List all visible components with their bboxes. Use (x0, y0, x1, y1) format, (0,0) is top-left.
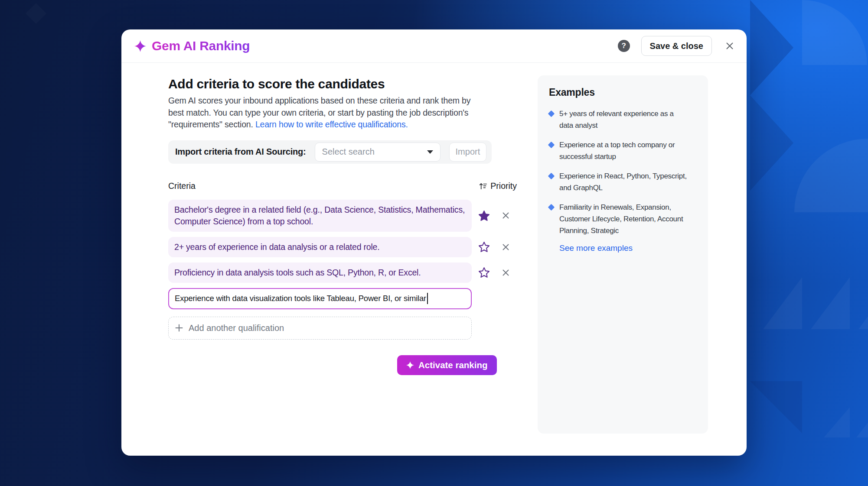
header-actions: ? Save & close (618, 36, 734, 56)
save-and-close-button[interactable]: Save & close (641, 36, 712, 56)
priority-label-text: Priority (490, 181, 517, 191)
sparkle-icon (134, 40, 146, 52)
chevron-down-icon (427, 150, 433, 154)
example-item: Experience in React, Python, Typescript,… (549, 170, 697, 194)
sparkle-icon (406, 361, 414, 369)
learn-qualifications-link[interactable]: Learn how to write effective qualificati… (255, 120, 408, 129)
description-line: best match. You can type your own criter… (168, 107, 532, 119)
criteria-text-box[interactable]: 2+ years of experience in data analysis … (168, 237, 472, 257)
import-criteria-row: Import criteria from AI Sourcing: Select… (168, 140, 492, 164)
plus-icon (175, 324, 183, 332)
diamond-bullet-icon (548, 204, 555, 211)
import-criteria-label: Import criteria from AI Sourcing: (175, 147, 306, 157)
diamond-bullet-icon (548, 173, 555, 180)
help-button[interactable]: ? (618, 40, 630, 52)
activate-ranking-label: Activate ranking (418, 360, 488, 370)
example-text: 5+ years of relevant experience as a dat… (559, 108, 674, 131)
priority-star-button[interactable] (472, 241, 496, 253)
search-select[interactable]: Select search (315, 143, 441, 162)
priority-column-label: Priority (479, 181, 517, 191)
help-glyph: ? (621, 42, 626, 50)
remove-icon (502, 211, 510, 220)
close-button[interactable] (725, 41, 734, 51)
remove-criteria-button[interactable] (496, 269, 515, 277)
examples-heading: Examples (549, 87, 697, 98)
search-select-placeholder: Select search (322, 147, 375, 157)
new-criteria-input[interactable]: Experience with data visualization tools… (168, 288, 472, 309)
criteria-row: 2+ years of experience in data analysis … (168, 237, 519, 257)
criteria-row: Proficiency in data analysis tools such … (168, 262, 519, 283)
criteria-text-box[interactable]: Bachelor's degree in a related field (e.… (168, 200, 472, 232)
modal-header: Gem AI Ranking ? Save & close (121, 29, 747, 63)
star-icon (478, 241, 490, 253)
diamond-bullet-icon (548, 110, 555, 117)
activate-ranking-button[interactable]: Activate ranking (397, 355, 497, 375)
remove-criteria-button[interactable] (496, 243, 515, 251)
modal-title-group: Gem AI Ranking (134, 39, 250, 53)
example-item: Familiarity in Renewals, Expansion, Cust… (549, 201, 697, 237)
add-qualification-button[interactable]: Add another qualification (168, 317, 472, 340)
diamond-bullet-icon (548, 142, 555, 149)
description-line-prefix: "requirements" section. (168, 120, 255, 129)
sort-priority-icon (479, 182, 487, 190)
criteria-row: Bachelor's degree in a related field (e.… (168, 200, 519, 232)
modal-title: Gem AI Ranking (152, 39, 250, 53)
priority-star-button[interactable] (472, 210, 496, 221)
example-text: Experience at a top tech company or succ… (559, 139, 675, 162)
star-icon (478, 267, 490, 278)
criteria-list-header: Criteria Priority (168, 181, 519, 191)
example-text: Experience in React, Python, Typescript,… (559, 170, 687, 194)
remove-icon (502, 269, 510, 277)
example-text: Familiarity in Renewals, Expansion, Cust… (559, 201, 683, 237)
main-content: Add criteria to score the candidates Gem… (168, 63, 532, 375)
add-qualification-label: Add another qualification (189, 323, 284, 333)
modal-body: Add criteria to score the candidates Gem… (121, 63, 747, 456)
see-more-examples-link[interactable]: See more examples (559, 243, 633, 253)
page-description: Gem AI scores your inbound applications … (168, 95, 532, 131)
description-line: Gem AI scores your inbound applications … (168, 95, 532, 107)
remove-criteria-button[interactable] (496, 211, 515, 220)
remove-icon (502, 243, 510, 251)
criteria-text-box[interactable]: Proficiency in data analysis tools such … (168, 262, 472, 283)
star-icon (478, 210, 490, 221)
example-item: Experience at a top tech company or succ… (549, 139, 697, 162)
description-line: "requirements" section. Learn how to wri… (168, 119, 532, 131)
examples-panel: Examples 5+ years of relevant experience… (538, 75, 708, 434)
criteria-column-label: Criteria (168, 181, 196, 191)
page-title: Add criteria to score the candidates (168, 77, 532, 91)
import-button[interactable]: Import (449, 143, 486, 162)
priority-star-button[interactable] (472, 267, 496, 278)
example-item: 5+ years of relevant experience as a dat… (549, 108, 697, 131)
close-icon (725, 41, 734, 51)
criteria-list: Bachelor's degree in a related field (e.… (168, 200, 519, 283)
gem-ai-ranking-modal: Gem AI Ranking ? Save & close Add criter… (121, 29, 747, 456)
